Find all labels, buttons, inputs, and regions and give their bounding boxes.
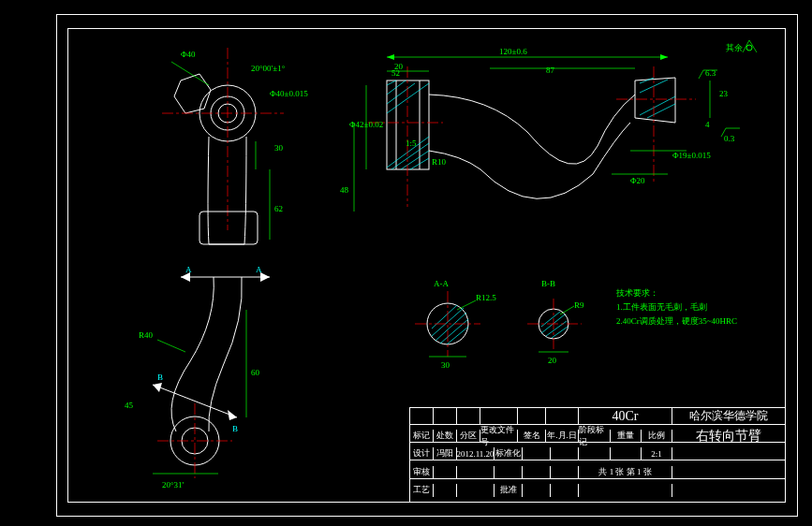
r-process: 工艺 [410,484,434,497]
dim-r125: R12.5 [476,293,496,302]
svg-marker-8 [260,272,270,282]
right-view: 120±0.6 52 [340,40,757,212]
svg-line-61 [457,300,476,310]
dim-23-r: 23 [719,89,729,98]
h-zone: 分区 [457,430,480,443]
r-date: 2012.11.20 [457,447,495,460]
sec-a-left: A [185,265,192,274]
dim-r10: R10 [432,157,447,167]
school: 哈尔滨华德学院 [672,408,785,425]
h-doc: 更改文件号 [480,430,518,443]
dim-dia20: Φ20 [630,176,645,185]
title-block: 40Cr 哈尔滨华德学院 标记 处数 分区 更改文件号 签名 年.月.日 阶段标… [409,407,785,502]
r-design-name: 冯阳 [434,447,457,460]
sheets: 共 1 张 第 1 张 [579,466,672,479]
svg-line-64 [541,312,560,327]
r-std: 标准化 [495,447,523,460]
r-approve: 批准 [495,484,523,497]
dim-tol1: Φ40±0.015 [270,89,308,98]
drawing-title: 右转向节臂 [672,430,785,443]
dim-87: 87 [546,66,555,75]
surf-rest: 其余 [726,43,743,52]
dim-60: 60 [251,368,260,377]
dim-taper: 1:5 [406,139,417,148]
section-bb: B-B R9 20 [527,279,584,365]
h-sign: 签名 [518,430,546,443]
sec-a-right: A [256,265,262,274]
svg-marker-14 [153,383,162,392]
label-aa: A-A [434,279,449,288]
h-date: 年.月.日 [546,430,579,443]
dim-45: 45 [125,401,134,410]
inner-frame: A A B B Φ40 20°00'±1° Φ40±0.015 30 62 R4… [67,28,786,503]
dim-63: 6.3 [705,68,716,78]
svg-line-16 [171,62,209,85]
dim-dia40: Φ40 [181,50,196,59]
h-count: 处数 [434,430,457,443]
dim-20r: 20 [394,62,404,71]
svg-line-28 [387,80,396,85]
notes-header: 技术要求： [615,288,658,298]
dim-ang-bot: 20°31' [162,480,185,489]
dim-r40: R40 [139,330,154,340]
dim-4: 4 [705,120,710,129]
material: 40Cr [579,408,672,425]
dim-dia19: Φ19±0.015 [672,151,711,160]
section-aa: A-A R12.5 30 [415,279,496,370]
h-stage: 阶段标记 [579,430,611,443]
label-bb: B-B [541,279,555,288]
sec-b-top: B [157,373,163,382]
tech-notes: 技术要求： 1.工件表面无毛刺，毛刺 2.40Cr调质处理，硬度35~40HRC [615,288,737,326]
dim-30-aa: 30 [441,360,450,370]
note1: 1.工件表面无毛刺，毛刺 [616,302,707,312]
r-design: 设计 [410,447,434,460]
svg-point-51 [746,45,752,51]
left-view: A A B B Φ40 20°00'±1° Φ40±0.015 30 62 R4… [125,48,308,489]
svg-line-31 [387,83,429,113]
svg-marker-23 [387,54,394,60]
h-weight: 重量 [611,430,642,443]
svg-line-19 [157,340,185,352]
svg-line-66 [546,321,567,336]
svg-line-41 [647,104,675,118]
dim-62: 62 [274,204,283,213]
dim-03: 0.3 [724,134,735,143]
svg-line-38 [640,78,654,83]
dim-30-l: 30 [274,143,284,153]
sec-b-bot: B [232,424,238,433]
note2: 2.40Cr调质处理，硬度35~40HRC [616,316,737,326]
h-mark: 标记 [410,430,434,443]
dim-120: 120±0.6 [499,47,527,56]
r-check: 审核 [410,466,434,479]
svg-line-70 [560,306,574,314]
scale-val: 2:1 [642,447,672,460]
dim-48: 48 [340,185,349,195]
svg-rect-25 [387,80,429,169]
svg-marker-24 [660,54,668,60]
svg-line-30 [387,83,415,104]
svg-marker-15 [228,410,237,420]
dim-r9: R9 [574,300,584,310]
h-scale: 比例 [642,430,672,443]
dim-angle-top: 20°00'±1° [251,64,286,73]
dim-20-bb: 20 [548,356,557,365]
svg-line-67 [552,327,568,338]
